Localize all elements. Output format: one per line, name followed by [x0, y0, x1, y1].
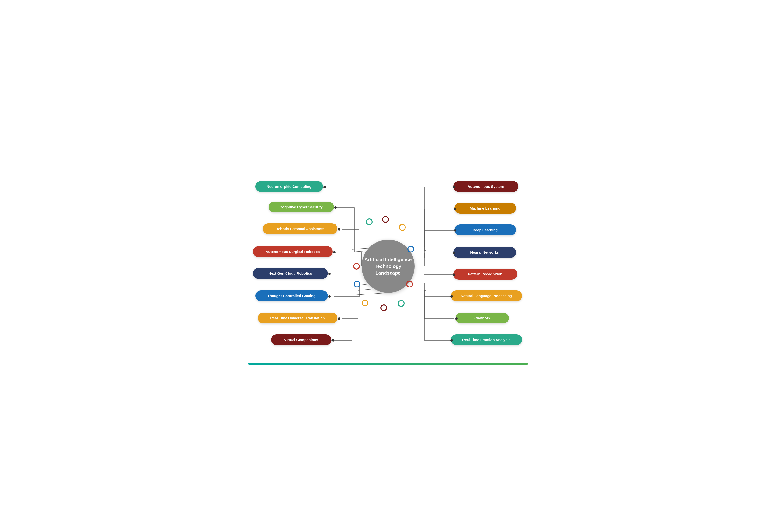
bottom-bar [248, 363, 528, 365]
ring-node-blue-left [354, 281, 360, 288]
pill-neuromorphic: Neuromorphic Computing [255, 181, 323, 192]
pill-autonomous-system: Autonomous System [453, 181, 519, 192]
ring-node-red-left [353, 263, 360, 270]
page-wrapper: Artificial Intelligence Technology Lands… [243, 162, 533, 370]
ring-node-blue-right [407, 246, 414, 252]
ring-node-red-right [406, 281, 413, 288]
pill-nlp: Natural Language Processing [451, 291, 522, 301]
pill-machine-learning: Machine Learning [454, 203, 516, 214]
pill-virtual-companions: Virtual Companions [271, 334, 331, 345]
ring-node-orange-bottom [362, 300, 368, 306]
center-text: Artificial Intelligence Technology Lands… [365, 256, 412, 277]
pill-robotic-assistants: Robotic Personal Assistants [262, 223, 338, 234]
pill-deep-learning: Deep Learning [454, 224, 516, 235]
pill-pattern-recognition: Pattern Recognition [453, 269, 517, 280]
pill-thought-gaming: Thought Controlled Gaming [255, 291, 328, 301]
pill-surgical-robotics: Autonomous Surgical Robotics [253, 246, 333, 257]
pill-chatbots: Chatbots [456, 313, 509, 324]
pill-emotion-analysis: Real Time Emotion Analysis [451, 334, 522, 345]
pill-neural-networks: Neural Networks [453, 247, 516, 258]
ring-node-orange-top [399, 224, 406, 231]
pill-universal-translation: Real Time Universal Translation [258, 313, 338, 324]
ring-node-teal-bottom [398, 300, 405, 307]
ring-node-darkred-bottom [380, 304, 387, 311]
pill-cloud-robotics: Next Gen Cloud Robotics [253, 268, 328, 279]
ring-node-teal-top [366, 218, 373, 225]
ring-node-darkred-top [382, 216, 389, 223]
diagram-container: Artificial Intelligence Technology Lands… [248, 172, 528, 360]
pill-cognitive: Cognitive Cyber Security [269, 202, 334, 212]
